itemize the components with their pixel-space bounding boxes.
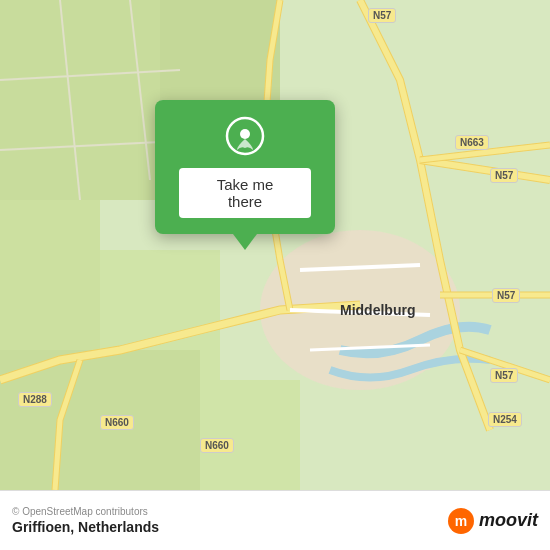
- moovit-logo-text: moovit: [479, 510, 538, 531]
- route-label-n663: N663: [455, 135, 489, 150]
- route-label-n57-top: N57: [368, 8, 396, 23]
- popup-box: Take me there: [155, 100, 335, 234]
- route-label-n57-mid: N57: [492, 288, 520, 303]
- map-container: Middelburg N57 N663 N57 N57 N57 N288 N66…: [0, 0, 550, 490]
- popup-tail: [233, 234, 257, 250]
- svg-rect-4: [160, 0, 280, 100]
- svg-rect-1: [0, 0, 160, 200]
- bottom-left-info: © OpenStreetMap contributors Griffioen, …: [12, 506, 159, 535]
- svg-text:Middelburg: Middelburg: [340, 302, 415, 318]
- svg-rect-6: [200, 380, 300, 490]
- take-me-there-button[interactable]: Take me there: [179, 168, 311, 218]
- copyright-text: © OpenStreetMap contributors: [12, 506, 159, 517]
- moovit-logo: m moovit: [447, 507, 538, 535]
- route-label-n660-mid: N660: [200, 438, 234, 453]
- route-label-n57-right: N57: [490, 168, 518, 183]
- route-label-n254: N254: [488, 412, 522, 427]
- route-label-n57-bot: N57: [490, 368, 518, 383]
- route-label-n288: N288: [18, 392, 52, 407]
- svg-text:m: m: [455, 513, 467, 529]
- location-pin-icon: [225, 116, 265, 156]
- svg-point-15: [240, 129, 250, 139]
- popup-container: Take me there: [155, 100, 335, 250]
- location-name: Griffioen, Netherlands: [12, 519, 159, 535]
- route-label-n660-left: N660: [100, 415, 134, 430]
- moovit-icon: m: [447, 507, 475, 535]
- bottom-bar: © OpenStreetMap contributors Griffioen, …: [0, 490, 550, 550]
